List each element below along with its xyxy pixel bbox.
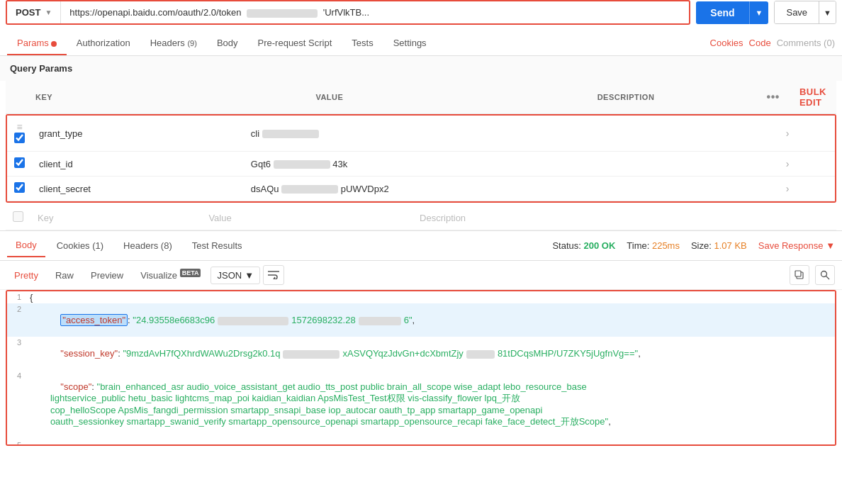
section-query-params: Query Params — [0, 56, 842, 81]
access-token-key: "access_token" — [60, 314, 128, 326]
tab-params[interactable]: Params — [7, 30, 67, 55]
tab-right-actions: Cookies Code Comments (0) — [710, 38, 835, 48]
row3-desc[interactable] — [733, 177, 778, 201]
row2-expand: › — [779, 152, 835, 177]
add-row-checkbox[interactable] — [13, 211, 23, 222]
col-header-desc: DESCRIPTION — [588, 81, 757, 114]
response-tabs-bar: Body Cookies (1) Headers (8) Test Result… — [0, 231, 842, 261]
col-header-key: KEY — [26, 81, 305, 114]
cookies-link[interactable]: Cookies — [710, 38, 743, 48]
row3-value[interactable]: dsAQu pUWVDpx2 — [244, 177, 734, 201]
row3-expand: › — [779, 177, 835, 201]
format-icons — [790, 265, 835, 285]
params-highlight-box: ≡ grant_type cli › — [6, 114, 836, 203]
url-field[interactable]: https://openapi.baidu.com/oauth/2.0/toke… — [61, 2, 689, 23]
format-selector[interactable]: JSON ▼ — [211, 267, 260, 284]
row2-expand-btn[interactable]: › — [786, 158, 790, 169]
row1-key[interactable]: grant_type — [32, 116, 244, 152]
save-response-btn[interactable]: Save Response ▼ — [758, 240, 835, 251]
beta-badge: BETA — [180, 269, 201, 277]
row3-key[interactable]: client_secret — [32, 177, 244, 201]
row1-value-blur — [262, 130, 319, 138]
search-icon[interactable] — [815, 265, 835, 285]
save-arrow-button[interactable]: ▼ — [819, 1, 836, 23]
size-badge: 1.07 KB — [714, 240, 746, 251]
method-arrow: ▼ — [45, 9, 52, 16]
table-row: client_secret dsAQu pUWVDpx2 › — [7, 177, 835, 201]
row2-value[interactable]: Gqt6 43k — [244, 152, 734, 177]
add-param-row: Key Value Description — [6, 206, 836, 230]
url-bar-main: POST ▼ https://openapi.baidu.com/oauth/2… — [6, 0, 690, 25]
response-area: Body Cookies (1) Headers (8) Test Result… — [0, 230, 842, 446]
code-line-3: 3 "session_key": "9mzdAvH7fQXhrdWAWu2Drs… — [7, 337, 835, 370]
url-blur — [247, 9, 318, 18]
add-row-desc[interactable]: Description — [412, 206, 756, 230]
params-dot — [51, 41, 57, 47]
svg-point-2 — [821, 271, 827, 277]
svg-rect-1 — [795, 271, 801, 276]
tab-prerequest[interactable]: Pre-request Script — [248, 30, 342, 55]
row1-desc[interactable] — [733, 116, 778, 152]
code-line-5: 5 "refresh_token": "25.01f7d73f17c59b43a… — [7, 439, 835, 446]
fmt-tab-preview[interactable]: Preview — [84, 267, 130, 284]
save-button[interactable]: Save — [775, 1, 819, 23]
col-header-actions: ••• — [757, 81, 790, 114]
tab-headers[interactable]: Headers (9) — [140, 30, 207, 55]
format-chevron: ▼ — [245, 270, 254, 281]
time-badge: 225ms — [652, 240, 680, 251]
row1-expand: › — [779, 116, 835, 152]
fmt-tab-visualize[interactable]: Visualize BETA — [133, 266, 208, 284]
row1-expand-btn[interactable]: › — [786, 128, 790, 139]
drag-handle-icon[interactable]: ≡ — [16, 121, 22, 133]
format-label: JSON — [217, 270, 242, 281]
add-row-key[interactable]: Key — [30, 206, 201, 230]
method-dropdown[interactable]: POST ▼ — [7, 1, 61, 23]
code-line-4: 4 "scope": "brain_enhanced_asr audio_voi… — [7, 370, 835, 439]
params-rows-table: ≡ grant_type cli › — [7, 116, 835, 201]
params-table-wrapper: KEY VALUE DESCRIPTION ••• Bulk Edit — [6, 81, 836, 230]
send-button[interactable]: Send — [696, 1, 748, 24]
row2-key[interactable]: client_id — [32, 152, 244, 177]
code-link[interactable]: Code — [749, 38, 771, 48]
row2-value-blur — [274, 160, 330, 169]
params-table: KEY VALUE DESCRIPTION ••• Bulk Edit — [6, 81, 836, 114]
fmt-tab-pretty[interactable]: Pretty — [7, 267, 45, 284]
fmt-tab-raw[interactable]: Raw — [48, 267, 81, 284]
tab-settings[interactable]: Settings — [383, 30, 437, 55]
add-row-checkbox-cell — [6, 206, 30, 230]
row2-desc[interactable] — [733, 152, 778, 177]
status-badge: 200 OK — [583, 240, 615, 251]
more-options-btn[interactable]: ••• — [767, 91, 780, 103]
add-row-table: Key Value Description — [6, 206, 836, 230]
send-arrow-button[interactable]: ▼ — [749, 1, 769, 24]
row1-value[interactable]: cli — [244, 116, 734, 152]
code-line-1: 1 { — [7, 291, 835, 303]
resp-tab-headers[interactable]: Headers (8) — [115, 235, 181, 257]
wrap-button[interactable] — [263, 265, 284, 285]
response-code-area: 1 { 2 "access_token": "24.93558e6683c961… — [6, 290, 836, 446]
svg-line-3 — [826, 276, 830, 280]
row1-drag: ≡ — [7, 116, 32, 152]
tab-body[interactable]: Body — [207, 30, 248, 55]
url-display: https://openapi.baidu.com/oauth/2.0/toke… — [69, 7, 369, 18]
add-row-value[interactable]: Value — [201, 206, 412, 230]
resp-tab-body[interactable]: Body — [7, 234, 45, 257]
col-header-value: VALUE — [305, 81, 587, 114]
copy-icon[interactable] — [790, 265, 809, 285]
tab-tests[interactable]: Tests — [342, 30, 383, 55]
tab-authorization[interactable]: Authorization — [67, 30, 140, 55]
format-bar: Pretty Raw Preview Visualize BETA JSON ▼ — [0, 261, 842, 290]
col-header-checkbox — [6, 81, 26, 114]
row3-drag — [7, 177, 32, 201]
method-text: POST — [16, 7, 40, 18]
resp-tab-cookies[interactable]: Cookies (1) — [48, 235, 112, 257]
row2-checkbox[interactable] — [14, 157, 25, 168]
comments-link[interactable]: Comments (0) — [777, 38, 835, 48]
row1-checkbox[interactable] — [14, 133, 25, 143]
bulk-edit-btn[interactable]: Bulk Edit — [799, 86, 826, 108]
row3-expand-btn[interactable]: › — [786, 183, 790, 194]
row2-drag — [7, 152, 32, 177]
request-tabs: Params Authorization Headers (9) Body Pr… — [0, 30, 842, 56]
row3-checkbox[interactable] — [14, 182, 25, 193]
resp-tab-test-results[interactable]: Test Results — [184, 235, 251, 257]
